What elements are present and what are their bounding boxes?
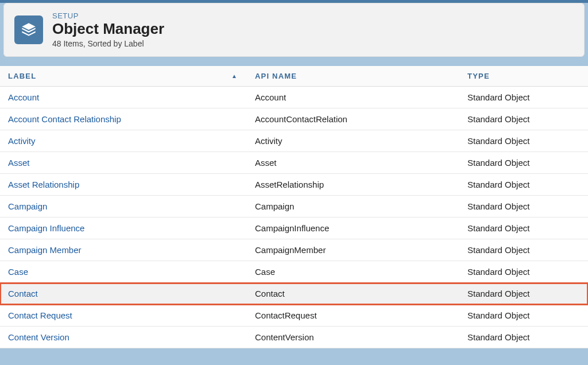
header-text-block: SETUP Object Manager 48 Items, Sorted by… bbox=[52, 11, 164, 48]
object-label-link[interactable]: Contact bbox=[8, 289, 255, 298]
object-type: Standard Object bbox=[467, 245, 580, 255]
object-type: Standard Object bbox=[467, 201, 580, 211]
header-gap bbox=[0, 57, 588, 65]
table-row: Account Contact RelationshipAccountConta… bbox=[0, 108, 588, 130]
object-label-link[interactable]: Account Contact Relationship bbox=[8, 114, 255, 124]
column-header-type[interactable]: TYPE bbox=[467, 72, 580, 80]
object-api-name: Asset bbox=[255, 158, 467, 168]
table-body: AccountAccountStandard ObjectAccount Con… bbox=[0, 87, 588, 348]
page-title: Object Manager bbox=[52, 20, 164, 38]
object-label-link[interactable]: Campaign Influence bbox=[8, 223, 255, 233]
table-row: ContactContactStandard Object bbox=[0, 283, 588, 305]
table-row: CaseCaseStandard Object bbox=[0, 261, 588, 283]
column-header-api-name[interactable]: API NAME bbox=[255, 72, 467, 80]
table-row: CampaignCampaignStandard Object bbox=[0, 196, 588, 218]
object-type: Standard Object bbox=[467, 180, 580, 189]
object-label-link[interactable]: Contact Request bbox=[8, 310, 255, 320]
object-api-name: Contact bbox=[255, 289, 467, 298]
object-type: Standard Object bbox=[467, 158, 580, 168]
object-api-name: ContentVersion bbox=[255, 332, 467, 342]
sort-ascending-icon: ▲ bbox=[231, 73, 238, 79]
table-row: Campaign InfluenceCampaignInfluenceStand… bbox=[0, 218, 588, 239]
header-eyebrow: SETUP bbox=[52, 11, 164, 20]
table-header-row: LABEL ▲ API NAME TYPE bbox=[0, 66, 588, 87]
table-row: Campaign MemberCampaignMemberStandard Ob… bbox=[0, 239, 588, 261]
object-type: Standard Object bbox=[467, 267, 580, 277]
object-api-name: AccountContactRelation bbox=[255, 114, 467, 124]
column-header-api-name-text: API NAME bbox=[255, 72, 297, 80]
object-type: Standard Object bbox=[467, 289, 580, 298]
page-subtitle: 48 Items, Sorted by Label bbox=[52, 39, 164, 48]
object-label-link[interactable]: Activity bbox=[8, 136, 255, 146]
object-type: Standard Object bbox=[467, 310, 580, 320]
object-api-name: CampaignInfluence bbox=[255, 223, 467, 233]
column-header-label-text: LABEL bbox=[8, 72, 36, 80]
object-api-name: ContactRequest bbox=[255, 310, 467, 320]
object-type: Standard Object bbox=[467, 92, 580, 102]
table-row: ActivityActivityStandard Object bbox=[0, 130, 588, 152]
object-api-name: Campaign bbox=[255, 201, 467, 211]
object-api-name: CampaignMember bbox=[255, 245, 467, 255]
object-label-link[interactable]: Content Version bbox=[8, 332, 255, 342]
table-row: AssetAssetStandard Object bbox=[0, 152, 588, 174]
object-label-link[interactable]: Asset Relationship bbox=[8, 180, 255, 189]
object-api-name: AssetRelationship bbox=[255, 180, 467, 189]
table-row: Contact RequestContactRequestStandard Ob… bbox=[0, 305, 588, 327]
object-label-link[interactable]: Campaign Member bbox=[8, 245, 255, 255]
object-label-link[interactable]: Account bbox=[8, 92, 255, 102]
table-row: Asset RelationshipAssetRelationshipStand… bbox=[0, 174, 588, 196]
column-header-label[interactable]: LABEL ▲ bbox=[8, 72, 255, 80]
object-api-name: Case bbox=[255, 267, 467, 277]
object-type: Standard Object bbox=[467, 332, 580, 342]
page-header: SETUP Object Manager 48 Items, Sorted by… bbox=[3, 3, 585, 57]
object-label-link[interactable]: Case bbox=[8, 267, 255, 277]
table-row: Content VersionContentVersionStandard Ob… bbox=[0, 327, 588, 348]
layers-icon bbox=[14, 15, 43, 44]
object-api-name: Activity bbox=[255, 136, 467, 146]
object-table: LABEL ▲ API NAME TYPE AccountAccountStan… bbox=[0, 65, 588, 348]
object-api-name: Account bbox=[255, 92, 467, 102]
object-type: Standard Object bbox=[467, 114, 580, 124]
table-row: AccountAccountStandard Object bbox=[0, 87, 588, 108]
object-type: Standard Object bbox=[467, 223, 580, 233]
object-type: Standard Object bbox=[467, 136, 580, 146]
column-header-type-text: TYPE bbox=[467, 72, 490, 80]
object-label-link[interactable]: Campaign bbox=[8, 201, 255, 211]
object-label-link[interactable]: Asset bbox=[8, 158, 255, 168]
